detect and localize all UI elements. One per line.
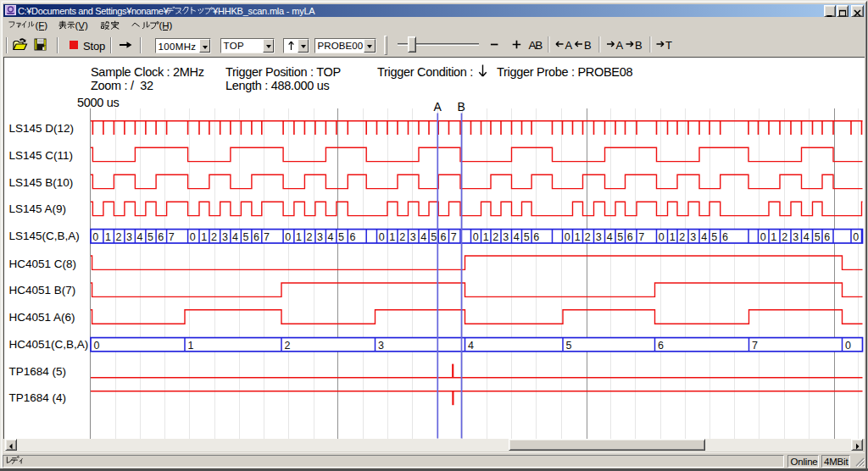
svg-text:4: 4 xyxy=(328,231,334,243)
svg-text:3: 3 xyxy=(410,231,416,243)
svg-text:7: 7 xyxy=(169,231,175,243)
svg-text:3: 3 xyxy=(793,231,798,243)
svg-text:0: 0 xyxy=(92,231,98,243)
svg-text:4: 4 xyxy=(468,340,474,352)
svg-text:5: 5 xyxy=(566,340,572,352)
svg-text:3: 3 xyxy=(690,231,696,243)
svg-text:4: 4 xyxy=(701,231,707,243)
svg-text:4: 4 xyxy=(607,231,613,243)
svg-text:1: 1 xyxy=(389,231,395,243)
svg-text:6: 6 xyxy=(350,231,356,243)
svg-text:3: 3 xyxy=(222,231,228,243)
svg-text:0: 0 xyxy=(379,231,385,243)
svg-text:6: 6 xyxy=(253,231,259,243)
svg-text:3: 3 xyxy=(317,231,323,243)
svg-text:3: 3 xyxy=(126,231,132,243)
svg-text:3: 3 xyxy=(378,340,384,352)
svg-text:4: 4 xyxy=(137,231,143,243)
svg-text:2: 2 xyxy=(211,231,217,243)
svg-text:0: 0 xyxy=(659,231,665,243)
svg-text:0: 0 xyxy=(565,231,570,243)
svg-text:2: 2 xyxy=(782,231,787,243)
svg-text:1: 1 xyxy=(771,231,776,243)
svg-text:0: 0 xyxy=(845,340,851,352)
svg-text:4: 4 xyxy=(514,231,520,243)
svg-text:5: 5 xyxy=(338,231,344,243)
svg-text:7: 7 xyxy=(451,231,457,243)
svg-text:1: 1 xyxy=(575,231,581,243)
svg-text:6: 6 xyxy=(440,231,446,243)
svg-text:4: 4 xyxy=(232,231,238,243)
svg-text:0: 0 xyxy=(94,340,100,352)
svg-text:5: 5 xyxy=(617,231,623,243)
svg-text:5: 5 xyxy=(147,231,153,243)
svg-text:1: 1 xyxy=(188,340,194,352)
svg-text:4: 4 xyxy=(420,231,426,243)
svg-text:0: 0 xyxy=(473,231,479,243)
svg-text:2: 2 xyxy=(307,231,313,243)
svg-text:2: 2 xyxy=(679,231,685,243)
svg-text:5: 5 xyxy=(431,231,437,243)
svg-text:5: 5 xyxy=(243,231,249,243)
svg-text:3: 3 xyxy=(596,231,602,243)
svg-text:6: 6 xyxy=(533,231,539,243)
svg-text:6: 6 xyxy=(158,231,164,243)
svg-text:B: B xyxy=(458,100,465,114)
svg-text:1: 1 xyxy=(483,231,489,243)
svg-text:0: 0 xyxy=(190,231,196,243)
svg-text:1: 1 xyxy=(201,231,207,243)
svg-text:1: 1 xyxy=(296,231,302,243)
svg-text:0: 0 xyxy=(853,231,859,243)
svg-text:3: 3 xyxy=(503,231,509,243)
svg-text:2: 2 xyxy=(285,340,291,352)
svg-text:5: 5 xyxy=(524,231,530,243)
svg-text:7: 7 xyxy=(752,340,758,352)
svg-text:2: 2 xyxy=(116,231,122,243)
svg-text:0: 0 xyxy=(760,231,766,243)
svg-text:2: 2 xyxy=(585,231,591,243)
svg-text:6: 6 xyxy=(824,231,830,243)
svg-text:0: 0 xyxy=(285,231,291,243)
svg-text:2: 2 xyxy=(399,231,405,243)
svg-text:A: A xyxy=(434,100,442,114)
svg-text:2: 2 xyxy=(492,231,498,243)
svg-text:1: 1 xyxy=(670,231,676,243)
svg-text:6: 6 xyxy=(658,340,664,352)
svg-text:5: 5 xyxy=(815,231,821,243)
svg-text:7: 7 xyxy=(638,231,644,243)
svg-text:7: 7 xyxy=(264,231,270,243)
svg-text:6: 6 xyxy=(627,231,633,243)
svg-text:1: 1 xyxy=(105,231,111,243)
svg-text:4: 4 xyxy=(804,231,810,243)
svg-text:6: 6 xyxy=(722,231,728,243)
svg-text:5: 5 xyxy=(711,231,717,243)
